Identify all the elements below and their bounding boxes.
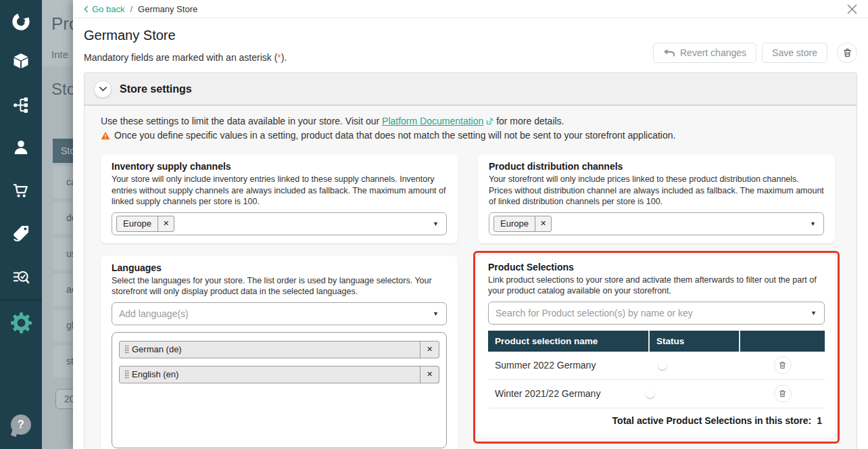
product-selections-table: Product selection name Status Summer 202… — [488, 331, 825, 429]
remove-language-icon[interactable]: ✕ — [420, 367, 439, 383]
table-header-row: Product selection name Status — [488, 331, 825, 352]
external-link-icon — [485, 116, 493, 129]
sidebar-item-orders[interactable] — [0, 181, 42, 200]
active-selections-total: Total active Product Selections in this … — [488, 408, 825, 429]
selected-channel-tag: Europe ✕ — [493, 216, 552, 232]
distribution-channels-select[interactable]: Europe ✕ ▼ — [489, 212, 824, 235]
language-sort-list: German (de) ✕ English (en) ✕ — [112, 332, 447, 448]
remove-selection-button[interactable] — [774, 385, 792, 402]
card-title: Product Selections — [488, 262, 825, 273]
store-settings-body: Use these settings to limit the data ava… — [85, 105, 857, 449]
gear-icon — [11, 312, 32, 333]
platform-documentation-link[interactable]: Platform Documentation — [382, 116, 483, 126]
sidebar-divider — [0, 300, 42, 300]
column-header-name: Product selection name — [488, 331, 650, 352]
revert-changes-button[interactable]: Revert changes — [653, 43, 756, 63]
chevron-down-icon: ▼ — [433, 220, 439, 227]
sidebar-item-help[interactable]: ? — [0, 415, 42, 435]
select-placeholder: Add language(s) — [116, 308, 189, 319]
store-detail-modal: Go back / Germany Store Germany Store Ma… — [73, 0, 868, 449]
remove-language-icon[interactable]: ✕ — [420, 341, 439, 358]
sidebar-item-categories[interactable] — [0, 96, 42, 114]
commercetools-logo-icon[interactable] — [0, 11, 42, 32]
drag-handle-icon[interactable] — [120, 367, 132, 383]
remove-tag-icon[interactable]: ✕ — [158, 216, 174, 231]
card-title: Product distribution channels — [489, 161, 824, 172]
column-header-status: Status — [650, 331, 740, 352]
card-description: Link product selections to your store an… — [488, 275, 825, 297]
select-placeholder: Search for Product selection(s) by name … — [493, 308, 693, 318]
table-row: Summer 2022 Germany — [488, 352, 825, 380]
breadcrumb-separator: / — [130, 4, 132, 14]
language-item[interactable]: English (en) ✕ — [119, 366, 439, 383]
box-icon — [11, 51, 30, 70]
section-title: Store settings — [120, 83, 192, 95]
selected-channel-tag: Europe ✕ — [116, 216, 174, 232]
total-value: 1 — [817, 415, 822, 426]
save-store-button[interactable]: Save store — [762, 43, 827, 63]
modal-topbar: Go back / Germany Store — [73, 0, 868, 18]
card-description: Select the languages for your store. The… — [112, 275, 447, 298]
sidebar-item-products[interactable] — [0, 51, 42, 70]
chevron-left-icon — [84, 5, 89, 13]
store-settings-header[interactable]: Store settings — [85, 73, 857, 105]
sidebar-item-audit[interactable] — [0, 268, 42, 287]
settings-intro: Use these settings to limit the data ava… — [101, 115, 835, 129]
help-icon[interactable]: ? — [11, 415, 31, 435]
trash-icon — [778, 389, 787, 398]
collapse-toggle[interactable] — [94, 80, 112, 98]
sidebar-item-discounts[interactable] — [0, 224, 42, 243]
store-settings-section: Store settings Use these settings to lim… — [84, 72, 857, 449]
settings-warning: Once you define specific values in a set… — [101, 129, 835, 143]
modal-header: Germany Store Mandatory fields are marke… — [73, 18, 868, 71]
chevron-down-icon: ▼ — [810, 220, 816, 227]
card-title: Languages — [112, 262, 447, 273]
product-distribution-channels-card: Product distribution channels Your store… — [478, 154, 835, 243]
chevron-down-icon: ▼ — [433, 310, 439, 317]
inventory-supply-channels-card: Inventory supply channels Your store wil… — [101, 154, 458, 243]
undo-icon — [663, 48, 675, 57]
card-description: Your storefront will only include prices… — [489, 174, 824, 208]
tree-icon — [12, 96, 30, 114]
product-selections-highlight: Product Selections Link product selectio… — [473, 251, 840, 444]
table-row: Winter 2021/22 Germany — [488, 380, 825, 408]
remove-tag-icon[interactable]: ✕ — [535, 216, 551, 231]
column-header-actions — [740, 331, 825, 352]
go-back-label: Go back — [92, 4, 124, 14]
product-selections-card: Product Selections Link product selectio… — [477, 255, 836, 437]
mandatory-note: Mandatory fields are marked with an aste… — [84, 52, 653, 63]
close-icon[interactable] — [847, 4, 857, 14]
languages-card: Languages Select the languages for your … — [101, 256, 458, 449]
warning-icon — [101, 131, 110, 143]
remove-selection-button[interactable] — [774, 356, 792, 374]
product-selection-search-select[interactable]: Search for Product selection(s) by name … — [488, 302, 825, 325]
drag-handle-icon[interactable] — [120, 341, 132, 358]
save-store-label: Save store — [772, 47, 817, 58]
revert-changes-label: Revert changes — [680, 47, 746, 58]
trash-icon — [842, 47, 852, 58]
tag-icon — [11, 224, 30, 243]
page-title: Germany Store — [84, 28, 653, 43]
magnifier-check-icon — [11, 268, 30, 287]
person-icon — [11, 138, 30, 157]
main-sidebar: ? — [0, 0, 42, 449]
modal-actions: Revert changes Save store — [653, 43, 857, 63]
sidebar-item-customers[interactable] — [0, 138, 42, 157]
supply-channels-select[interactable]: Europe ✕ ▼ — [112, 212, 447, 235]
breadcrumb-current: Germany Store — [138, 4, 197, 14]
cart-icon — [11, 181, 30, 200]
delete-store-button[interactable] — [837, 43, 857, 63]
add-language-select[interactable]: Add language(s) ▼ — [112, 302, 447, 325]
go-back-link[interactable]: Go back — [84, 4, 124, 14]
language-item[interactable]: German (de) ✕ — [119, 341, 439, 358]
chevron-down-icon: ▼ — [811, 310, 817, 316]
card-description: Your store will only include inventory e… — [112, 174, 447, 208]
card-title: Inventory supply channels — [112, 161, 447, 172]
sidebar-item-settings[interactable] — [0, 312, 42, 333]
chevron-down-icon — [99, 86, 107, 92]
trash-icon — [778, 360, 787, 370]
total-label: Total active Product Selections in this … — [612, 415, 812, 426]
